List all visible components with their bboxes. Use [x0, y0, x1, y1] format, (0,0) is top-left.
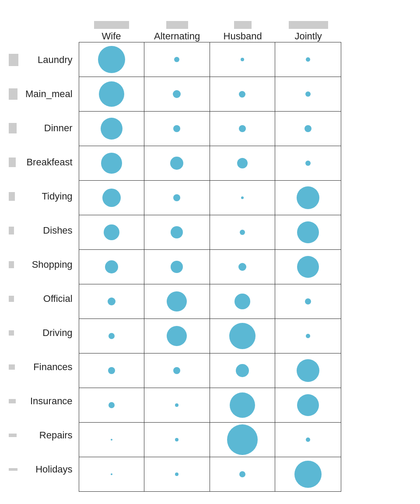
- grid-row: [79, 250, 341, 284]
- grid-cell: [210, 181, 276, 215]
- bubble-dot: [229, 323, 256, 349]
- bubble-dot: [230, 392, 255, 418]
- bubble-dot: [173, 367, 180, 374]
- row-label-text: Tidying: [42, 191, 73, 202]
- bubble-dot: [171, 226, 183, 238]
- row-label-main_meal: Main_meal: [25, 77, 75, 111]
- grid-cell: [144, 354, 210, 388]
- col-header-jointly: Jointly: [276, 21, 341, 42]
- grid-row: [79, 388, 341, 423]
- bubble-dot: [297, 394, 319, 416]
- bubble-dot: [101, 118, 122, 140]
- bubble-dot: [108, 402, 115, 408]
- bubble-dot: [105, 260, 118, 273]
- bubble-dot: [237, 158, 248, 168]
- grid-cell: [79, 146, 145, 180]
- grid-cell: [79, 112, 145, 146]
- bubble-dot: [234, 294, 250, 309]
- grid-cell: [144, 42, 210, 77]
- bubble-dot: [241, 196, 244, 199]
- grid-row: [79, 354, 341, 388]
- left-bar-segment: [9, 227, 14, 234]
- grid-cell: [210, 423, 276, 457]
- left-bar-segment: [9, 399, 16, 403]
- bubble-dot: [167, 326, 187, 346]
- col-header-wife: Wife: [79, 21, 144, 42]
- row-label-text: Insurance: [30, 396, 73, 407]
- grid-cell: [275, 146, 341, 180]
- grid-cell: [210, 284, 276, 318]
- grid-cell: [210, 146, 276, 180]
- row-label-finances: Finances: [33, 350, 75, 384]
- left-bar-segment: [9, 468, 18, 471]
- row-label-text: Official: [43, 293, 73, 304]
- grid-cell: [79, 77, 145, 111]
- bubble-dot: [111, 439, 112, 441]
- grid-cell: [275, 215, 341, 249]
- bubble-dot: [108, 367, 115, 374]
- col-header-bar: [234, 21, 252, 29]
- bubble-dot: [227, 424, 258, 455]
- col-header-bar: [289, 21, 328, 29]
- grid-row: [79, 319, 341, 354]
- bubble-dot: [306, 57, 310, 62]
- row-label-dishes: Dishes: [43, 214, 75, 248]
- grid-cell: [79, 388, 145, 422]
- grid-cell: [79, 42, 145, 77]
- col-header-label: Wife: [102, 31, 121, 42]
- col-header-bar: [94, 21, 129, 29]
- grid-section: WifeAlternatingHusbandJointly: [79, 21, 411, 492]
- col-header-alternating: Alternating: [144, 21, 210, 42]
- grid-row: [79, 423, 341, 457]
- col-header-label: Alternating: [154, 31, 200, 42]
- grid-cell: [275, 423, 341, 457]
- bubble-dot: [167, 291, 187, 312]
- grid-cell: [144, 319, 210, 353]
- bubble-dot: [173, 90, 181, 98]
- grid-cell: [275, 181, 341, 215]
- grid-cell: [79, 181, 145, 215]
- col-header-label: Husband: [224, 31, 262, 42]
- left-bar-segment: [9, 158, 16, 167]
- bubble-dot: [111, 473, 112, 475]
- bubble-dot: [173, 125, 180, 132]
- grid-cell: [210, 457, 276, 491]
- row-label-official: Official: [43, 282, 75, 316]
- bubble-dot: [173, 194, 180, 201]
- grid-cell: [275, 388, 341, 422]
- row-label-text: Laundry: [38, 54, 73, 66]
- grid-row: [79, 77, 341, 112]
- grid-cell: [210, 250, 276, 284]
- grid-cell: [79, 215, 145, 249]
- grid-cell: [275, 284, 341, 318]
- grid-cell: [275, 319, 341, 353]
- row-label-text: Breakfeast: [26, 157, 72, 168]
- bubble-dot: [305, 91, 311, 97]
- grid-row: [79, 146, 341, 181]
- grid-cell: [144, 146, 210, 180]
- bubble-dot: [240, 230, 245, 235]
- row-label-text: Main_meal: [25, 88, 73, 100]
- bubble-dot: [297, 186, 319, 209]
- grid-cell: [275, 457, 341, 491]
- row-label-shopping: Shopping: [32, 248, 75, 282]
- row-label-text: Dinner: [44, 122, 73, 134]
- bubble-dot: [174, 57, 179, 62]
- left-bar-segment: [9, 364, 15, 370]
- grid-cell: [210, 215, 276, 249]
- grid-cell: [144, 77, 210, 111]
- col-header-husband: Husband: [210, 21, 276, 42]
- grid-cell: [275, 112, 341, 146]
- left-bar-segment: [9, 123, 17, 133]
- bubble-dot: [306, 334, 310, 338]
- row-label-text: Shopping: [32, 259, 73, 270]
- grid-cell: [144, 457, 210, 491]
- grid-cell: [79, 423, 145, 457]
- bubble-dot: [238, 263, 246, 271]
- grid-cell: [144, 284, 210, 318]
- bubble-dot: [108, 298, 116, 305]
- bubble-dot: [297, 256, 319, 278]
- left-bar-staircase: [9, 43, 21, 486]
- bubble-dot: [304, 125, 312, 132]
- bubble-dot: [170, 157, 183, 170]
